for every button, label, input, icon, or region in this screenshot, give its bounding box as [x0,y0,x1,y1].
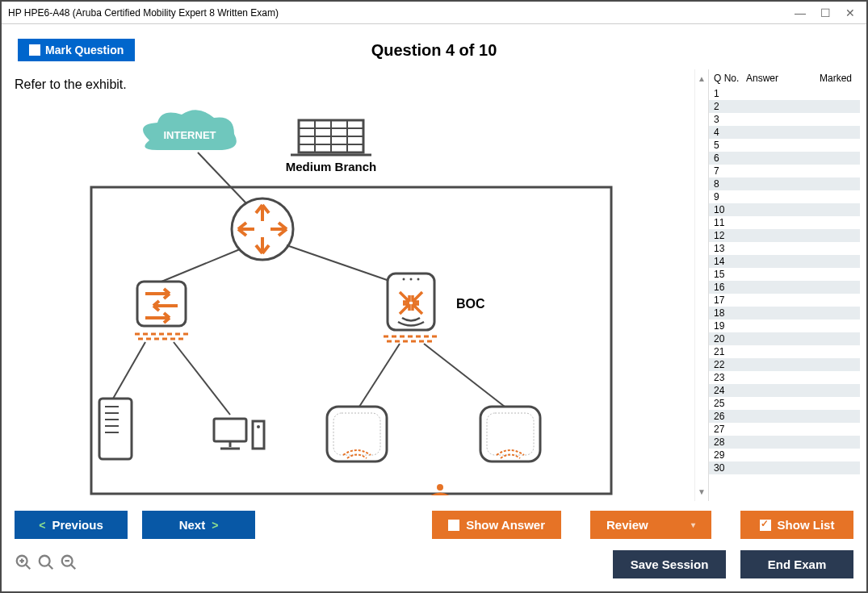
content-scrollbar[interactable]: ▲ ▼ [695,69,708,501]
question-list-row[interactable]: 20 [709,332,860,345]
row-marked [803,152,855,164]
question-list-row[interactable]: 12 [709,229,860,242]
row-answer [746,243,803,254]
show-list-label: Show List [778,518,835,532]
server-icon [99,399,132,459]
question-list-row[interactable]: 9 [709,190,860,203]
row-marked [803,114,855,125]
row-answer [746,256,803,267]
question-list-body[interactable]: 1234567891011121314151617181920212223242… [709,87,860,501]
end-exam-button[interactable]: End Exam [740,550,853,578]
minimize-icon[interactable]: — [795,7,806,19]
row-answer [746,191,803,203]
question-list-row[interactable]: 16 [709,281,860,294]
row-qno: 25 [714,398,746,409]
question-list-row[interactable]: 8 [709,177,860,190]
row-qno: 11 [714,217,746,228]
header-qno: Q No. [714,73,746,84]
question-list-row[interactable]: 3 [709,113,860,126]
previous-button[interactable]: < Previous [15,511,128,539]
question-list-row[interactable]: 25 [709,397,860,410]
row-qno: 27 [714,424,746,435]
zoom-in-icon[interactable] [15,553,32,575]
question-list-row[interactable]: 11 [709,216,860,229]
access-point-icon [327,407,387,461]
svg-line-25 [174,342,230,415]
row-marked [803,88,855,99]
question-list-row[interactable]: 4 [709,126,860,139]
row-qno: 12 [714,230,746,241]
previous-label: Previous [52,518,103,532]
next-button[interactable]: Next > [142,511,255,539]
question-list-row[interactable]: 24 [709,384,860,397]
question-list-row[interactable]: 5 [709,139,860,152]
save-session-button[interactable]: Save Session [613,550,726,578]
row-qno: 4 [714,127,746,138]
header: Mark Question Question 4 of 10 [2,24,866,69]
question-list-row[interactable]: 22 [709,358,860,371]
question-list-row[interactable]: 7 [709,165,860,177]
row-marked [803,165,855,177]
row-qno: 9 [714,191,746,203]
row-qno: 1 [714,88,746,99]
row-qno: 6 [714,152,746,164]
row-qno: 21 [714,346,746,357]
show-list-button[interactable]: Show List [740,511,853,539]
row-answer [746,449,803,461]
question-list-row[interactable]: 10 [709,203,860,216]
access-point-icon [480,407,540,461]
close-icon[interactable]: ✕ [845,7,855,19]
question-list-row[interactable]: 1 [709,87,860,100]
question-list-row[interactable]: 23 [709,371,860,384]
row-answer [746,140,803,151]
question-list-row[interactable]: 19 [709,319,860,332]
row-answer [746,294,803,306]
question-list-row[interactable]: 6 [709,152,860,165]
row-marked [803,320,855,332]
question-list-row[interactable]: 15 [709,268,860,281]
row-marked [803,424,855,435]
review-label: Review [606,518,648,532]
question-list-row[interactable]: 14 [709,255,860,268]
question-list-row[interactable]: 26 [709,410,860,423]
exhibit-diagram: INTERNET Medium Branch [15,100,688,495]
row-marked [803,462,855,474]
row-marked [803,256,855,267]
scroll-up-icon[interactable]: ▲ [698,74,706,83]
question-list-row[interactable]: 17 [709,294,860,307]
row-answer [746,398,803,409]
desktop-computer-icon [214,419,264,449]
scroll-down-icon[interactable]: ▼ [698,487,706,496]
row-qno: 2 [714,101,746,112]
question-list-row[interactable]: 2 [709,100,860,113]
titlebar: HP HPE6-A48 (Aruba Certified Mobility Ex… [2,2,866,24]
question-list-row[interactable]: 27 [709,423,860,436]
review-button[interactable]: Review ▾ [590,511,711,539]
svg-point-38 [257,425,260,428]
row-answer [746,269,803,280]
zoom-reset-icon[interactable] [37,553,55,575]
row-qno: 18 [714,307,746,319]
question-list-row[interactable]: 21 [709,345,860,358]
row-answer [746,359,803,370]
question-list-row[interactable]: 28 [709,436,860,449]
row-marked [803,140,855,151]
show-answer-label: Show Answer [466,518,545,532]
question-list-row[interactable]: 30 [709,461,860,474]
zoom-out-icon[interactable] [60,553,78,575]
row-qno: 17 [714,294,746,306]
svg-rect-34 [214,419,246,441]
mark-question-button[interactable]: Mark Question [18,39,135,61]
row-answer [746,372,803,383]
question-list-row[interactable]: 29 [709,449,860,461]
footer-primary-row: < Previous Next > Show Answer Review ▾ S… [15,511,853,539]
svg-line-24 [113,342,145,399]
question-list-row[interactable]: 13 [709,242,860,255]
show-answer-button[interactable]: Show Answer [432,511,561,539]
row-answer [746,411,803,422]
svg-line-12 [161,249,240,282]
main-area: Refer to the exhibit. INTERNET [2,69,866,501]
question-list-row[interactable]: 18 [709,307,860,319]
maximize-icon[interactable]: ☐ [820,7,831,19]
row-answer [746,436,803,448]
